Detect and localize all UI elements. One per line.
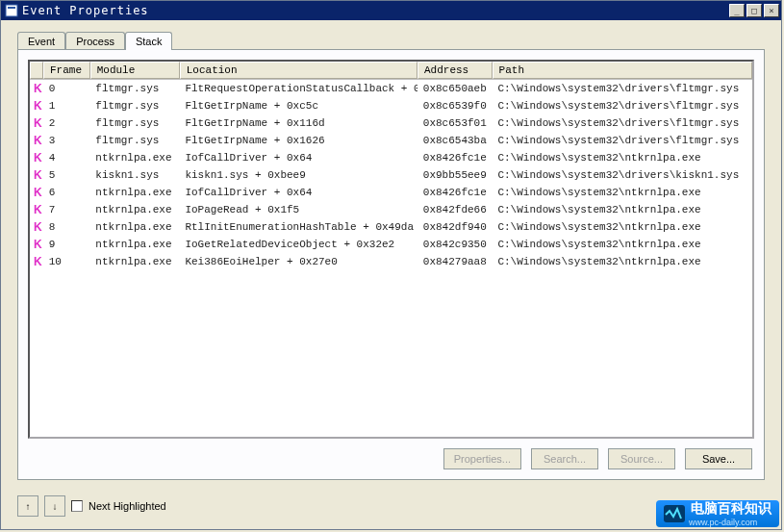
cell-address: 0x842fde66 <box>417 202 493 217</box>
table-row[interactable]: K1fltmgr.sysFltGetIrpName + 0xc5c0x8c653… <box>30 97 752 114</box>
cell-frame: 9 <box>43 237 90 252</box>
cell-path: C:\Windows\system32\ntkrnlpa.exe <box>492 219 752 235</box>
tab-event[interactable]: Event <box>17 32 65 50</box>
cell-frame: 3 <box>43 133 90 148</box>
button-row: Properties... Search... Source... Save..… <box>443 448 752 469</box>
kernel-mark: K <box>30 116 43 130</box>
table-row[interactable]: K0fltmgr.sysFltRequestOperationStatusCal… <box>30 80 752 97</box>
cell-module: ntkrnlpa.exe <box>89 219 179 235</box>
cell-path: C:\Windows\system32\drivers\fltmgr.sys <box>492 115 752 131</box>
maximize-button[interactable]: □ <box>746 4 762 17</box>
cell-module: ntkrnlpa.exe <box>89 150 179 165</box>
cell-location: FltGetIrpName + 0x1626 <box>179 133 417 148</box>
cell-module: fltmgr.sys <box>89 81 179 96</box>
save-button[interactable]: Save... <box>685 448 752 469</box>
prev-event-button[interactable]: ↑ <box>17 495 38 517</box>
next-highlighted-checkbox[interactable] <box>71 500 83 512</box>
window: Event Properties _ □ × Event Process Sta… <box>0 0 782 530</box>
tab-strip: Event Process Stack <box>17 28 778 49</box>
watermark-brand: 电脑百科知识 <box>691 500 771 518</box>
cell-location: IofCallDriver + 0x64 <box>179 185 417 200</box>
cell-frame: 5 <box>43 167 90 183</box>
cell-location: RtlInitEnumerationHashTable + 0x49da <box>179 219 417 235</box>
bottom-toolbar: ↑ ↓ Next Highlighted <box>17 495 166 517</box>
table-row[interactable]: K7ntkrnlpa.exeIoPageRead + 0x1f50x842fde… <box>30 201 752 218</box>
column-header-kernel[interactable] <box>30 62 43 79</box>
next-event-button[interactable]: ↓ <box>44 495 65 517</box>
watermark: 电脑百科知识 www.pc-daily.com <box>656 500 779 527</box>
cell-address: 0x8c650aeb <box>417 81 493 96</box>
minimize-button[interactable]: _ <box>729 4 745 17</box>
cell-location: FltRequestOperationStatusCallback + 0xeb… <box>179 81 417 96</box>
window-controls: _ □ × <box>729 4 779 17</box>
properties-button[interactable]: Properties... <box>443 448 521 469</box>
column-header-frame[interactable]: Frame <box>43 62 90 79</box>
cell-path: C:\Windows\system32\ntkrnlpa.exe <box>492 150 752 165</box>
cell-address: 0x9bb55ee9 <box>417 167 493 183</box>
kernel-mark: K <box>30 238 43 251</box>
cell-address: 0x842c9350 <box>417 237 493 252</box>
cell-location: IoGetRelatedDeviceObject + 0x32e2 <box>179 237 417 252</box>
close-button[interactable]: × <box>764 4 779 17</box>
cell-frame: 4 <box>43 150 90 165</box>
cell-location: IofCallDriver + 0x64 <box>179 150 417 165</box>
cell-location: IoPageRead + 0x1f5 <box>179 202 417 217</box>
monitor-icon <box>664 505 685 522</box>
cell-address: 0x84279aa8 <box>417 254 493 269</box>
column-header-address[interactable]: Address <box>417 62 493 79</box>
watermark-url: www.pc-daily.com <box>689 518 771 527</box>
cell-module: kiskn1.sys <box>89 167 179 183</box>
row-container: K0fltmgr.sysFltRequestOperationStatusCal… <box>30 80 752 270</box>
tab-process[interactable]: Process <box>65 32 125 50</box>
table-row[interactable]: K10ntkrnlpa.exeKei386EoiHelper + 0x27e00… <box>30 253 752 270</box>
cell-module: ntkrnlpa.exe <box>89 237 179 252</box>
cell-module: ntkrnlpa.exe <box>89 202 179 217</box>
cell-path: C:\Windows\system32\drivers\fltmgr.sys <box>492 133 752 148</box>
tab-stack[interactable]: Stack <box>125 32 173 50</box>
table-row[interactable]: K4ntkrnlpa.exeIofCallDriver + 0x640x8426… <box>30 149 752 166</box>
table-row[interactable]: K2fltmgr.sysFltGetIrpName + 0x116d0x8c65… <box>30 114 752 132</box>
cell-frame: 7 <box>43 202 90 217</box>
window-title: Event Properties <box>22 4 729 17</box>
cell-module: fltmgr.sys <box>89 115 179 131</box>
column-header-module[interactable]: Module <box>90 62 180 79</box>
table-row[interactable]: K8ntkrnlpa.exeRtlInitEnumerationHashTabl… <box>30 218 752 236</box>
cell-address: 0x842df940 <box>417 219 493 235</box>
cell-frame: 10 <box>43 254 90 269</box>
arrow-down-icon: ↓ <box>53 501 58 512</box>
cell-path: C:\Windows\system32\ntkrnlpa.exe <box>492 202 752 217</box>
stack-list[interactable]: Frame Module Location Address Path K0flt… <box>28 60 754 439</box>
cell-address: 0x8c6539f0 <box>417 98 493 114</box>
table-row[interactable]: K9ntkrnlpa.exeIoGetRelatedDeviceObject +… <box>30 236 752 253</box>
cell-module: fltmgr.sys <box>89 98 179 114</box>
column-header-row: Frame Module Location Address Path <box>30 62 752 80</box>
kernel-mark: K <box>30 151 43 165</box>
cell-address: 0x8426fc1e <box>417 185 493 200</box>
cell-address: 0x8c653f01 <box>417 115 493 131</box>
next-highlighted-label: Next Highlighted <box>89 500 166 512</box>
table-row[interactable]: K5kiskn1.syskiskn1.sys + 0xbee90x9bb55ee… <box>30 166 752 184</box>
kernel-mark: K <box>30 186 43 199</box>
table-row[interactable]: K6ntkrnlpa.exeIofCallDriver + 0x640x8426… <box>30 184 752 201</box>
cell-module: fltmgr.sys <box>89 133 179 148</box>
cell-frame: 8 <box>43 219 90 235</box>
cell-path: C:\Windows\system32\ntkrnlpa.exe <box>492 185 752 200</box>
column-header-path[interactable]: Path <box>493 62 752 79</box>
arrow-up-icon: ↑ <box>26 501 31 512</box>
titlebar[interactable]: Event Properties _ □ × <box>1 1 781 20</box>
search-button[interactable]: Search... <box>531 448 598 469</box>
cell-path: C:\Windows\system32\drivers\fltmgr.sys <box>492 98 752 114</box>
cell-location: FltGetIrpName + 0x116d <box>179 115 417 131</box>
table-row[interactable]: K3fltmgr.sysFltGetIrpName + 0x16260x8c65… <box>30 132 752 149</box>
cell-path: C:\Windows\system32\ntkrnlpa.exe <box>492 254 752 269</box>
app-icon <box>5 4 18 17</box>
column-header-location[interactable]: Location <box>180 62 417 79</box>
cell-location: FltGetIrpName + 0xc5c <box>179 98 417 114</box>
svg-rect-1 <box>8 7 15 9</box>
cell-frame: 1 <box>43 98 90 114</box>
cell-module: ntkrnlpa.exe <box>89 185 179 200</box>
cell-path: C:\Windows\system32\drivers\fltmgr.sys <box>492 81 752 96</box>
kernel-mark: K <box>30 255 43 268</box>
source-button[interactable]: Source... <box>608 448 675 469</box>
cell-frame: 0 <box>43 81 90 96</box>
